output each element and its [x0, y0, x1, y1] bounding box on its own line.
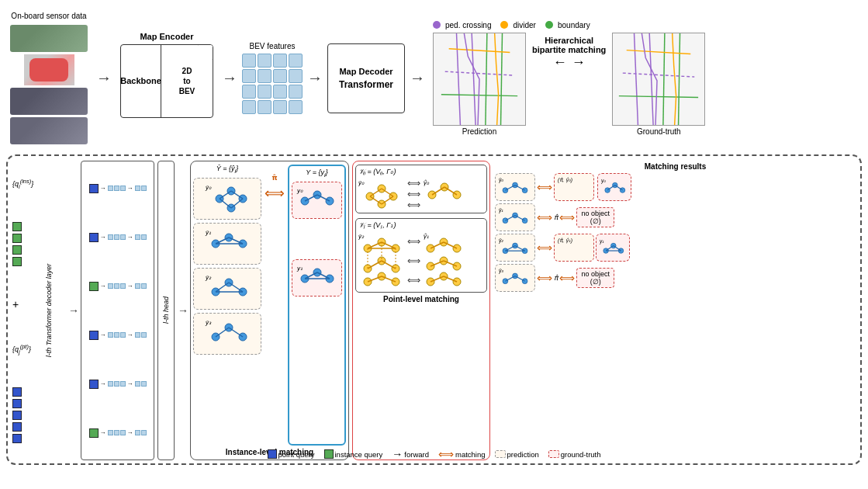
- svg-line-130: [505, 245, 515, 251]
- svg-line-82: [382, 261, 396, 269]
- match-center-col: π̂ ⟺: [265, 165, 285, 446]
- feat-row-4: [108, 381, 126, 387]
- legend-matching: ⟺ matching: [438, 448, 486, 460]
- v1-gt-svg: γ̂₁: [423, 231, 465, 290]
- res-arrow-3b: ⟺: [559, 272, 575, 284]
- svg-text:y₀: y₀: [601, 178, 606, 184]
- svg-line-8: [650, 33, 654, 125]
- svg-line-131: [515, 245, 525, 251]
- map-encoder-label: Map Encoder: [140, 32, 193, 41]
- v0-gt-svg: γ̂₀: [423, 178, 465, 209]
- arrow-to-instance: →: [178, 161, 188, 460]
- v1-match-arrows: ⟺ ⟺ ⟺: [407, 231, 420, 290]
- bev-cell: [273, 54, 287, 68]
- tf-row-5: → →: [89, 428, 147, 438]
- prediction-map-container: Prediction: [433, 33, 526, 136]
- bev-cell: [258, 100, 271, 114]
- svg-line-9: [663, 33, 665, 125]
- v0-group: 𝒱₀ = (V₀, Γ₀) ŷ₀ ⟺: [355, 165, 487, 213]
- ins-query-1: [12, 234, 65, 243]
- feat-row-0: [108, 186, 126, 191]
- point-section: 𝒱₀ = (V₀, Γ₀) ŷ₀ ⟺: [352, 161, 490, 460]
- ins-query-3: [12, 257, 65, 266]
- pred-graph-3: ŷ₃: [193, 313, 261, 355]
- divider-dot: [500, 21, 508, 29]
- bipartite-arrow-right: →: [572, 54, 586, 71]
- sensor-img-bot2: [10, 117, 88, 144]
- bev-cell: [273, 69, 287, 83]
- sensor-label: On-board sensor data: [11, 12, 86, 20]
- svg-line-0: [457, 33, 461, 125]
- res-y1: y₁: [596, 234, 630, 262]
- bev-features-label: BEV features: [250, 42, 296, 50]
- bottom-row: {qi(ins)} + {qj(pt)}: [6, 154, 862, 465]
- pt-query-sq-4: [12, 434, 22, 443]
- gt-icon: [548, 450, 559, 458]
- svg-line-145: [505, 276, 515, 281]
- svg-text:(π̂, γ̂₀): (π̂, γ̂₀): [558, 177, 572, 183]
- svg-line-1: [472, 33, 475, 125]
- svg-text:ŷ₂: ŷ₂: [358, 233, 365, 240]
- res-pi3: π̂: [554, 274, 558, 282]
- bev-cell: [258, 54, 271, 68]
- pt-query-1: [12, 399, 65, 408]
- forward-icon: →: [392, 448, 403, 460]
- pred-graph-1: ŷ₁: [193, 223, 261, 265]
- point-section-title: Point-level matching: [355, 295, 487, 303]
- v0-graphs: ŷ₀ ⟺ ⟺ ⟺: [358, 178, 484, 210]
- svg-line-3: [501, 33, 503, 125]
- bev-cell: [242, 100, 256, 114]
- hierarchical-label: Hierarchicalbipartite matching: [532, 36, 606, 54]
- backbone-section: Backbone: [121, 45, 161, 117]
- svg-line-124: [505, 215, 515, 220]
- point-query-icon: [267, 449, 276, 459]
- map-decoder-label: Map Decoder: [339, 67, 393, 76]
- v1-group: 𝒱₁ = (V₁, Γ₁) ŷ₂: [355, 218, 487, 293]
- res-gt-0: (π̂, γ̂₀): [554, 173, 594, 201]
- map-decoder-box: Map Decoder Transformer: [327, 43, 405, 113]
- svg-line-125: [515, 215, 525, 220]
- svg-line-5: [445, 71, 514, 75]
- bipartite-arrows: ← →: [553, 54, 586, 71]
- result-row-0: ŷ₀ ⟺ (π̂, γ̂₀): [495, 173, 856, 201]
- pred-svg-3: ŷ₃: [204, 317, 251, 351]
- legend-ped: ped. crossing: [433, 21, 491, 29]
- res-y0: y₀: [597, 173, 631, 201]
- feat-row-1: [108, 234, 126, 240]
- bev-grid: [242, 54, 303, 114]
- bev-cell: [242, 54, 256, 68]
- pt-query-2: [12, 411, 65, 420]
- legend-ground-truth: ground-truth: [548, 450, 601, 459]
- queries-col: {qi(ins)} + {qj(pt)}: [11, 161, 67, 460]
- tf-row-0: → →: [89, 184, 147, 193]
- groundtruth-caption: Ground-truth: [637, 127, 681, 136]
- pred-svg-2: ŷ₂: [204, 272, 251, 306]
- feat-row-5b: [135, 430, 147, 435]
- feat-row-3: [108, 332, 126, 338]
- lth-head-label: l-th head: [162, 297, 170, 324]
- svg-text:ŷ₃: ŷ₃: [499, 268, 503, 274]
- res-gt-2: (π̂, γ̂₁): [554, 234, 594, 262]
- tf-row-2: → →: [89, 282, 147, 291]
- svg-line-13: [619, 95, 698, 97]
- ins-query-sq-3: [12, 257, 22, 266]
- bev-cell: [289, 100, 303, 114]
- bev-cell: [289, 69, 303, 83]
- arrow-to-transformer: →: [68, 161, 79, 460]
- tf-green-0: [89, 282, 99, 291]
- svg-text:ŷ₀: ŷ₀: [358, 179, 365, 186]
- bev-cell: [242, 69, 256, 83]
- arrow-to-decoder: →: [307, 69, 323, 87]
- result-row-3: ŷ₃ ⟺ π̂ ⟺ no object(∅): [495, 264, 856, 292]
- svg-line-41: [216, 328, 229, 337]
- ins-query-group: [12, 222, 65, 266]
- svg-text:(π̂, γ̂₁): (π̂, γ̂₁): [558, 238, 572, 244]
- twod-bev-label: 2DtoBEV: [179, 66, 195, 96]
- arrow-to-maps: →: [410, 69, 425, 87]
- feat-row-3b: [135, 332, 147, 338]
- svg-text:ŷ₀: ŷ₀: [499, 177, 503, 183]
- bev-cell: [289, 54, 303, 68]
- res-pred-1: ŷ₁: [495, 203, 535, 231]
- gt-svg-0: y₀: [296, 186, 338, 215]
- feat-row-4b: [135, 381, 147, 387]
